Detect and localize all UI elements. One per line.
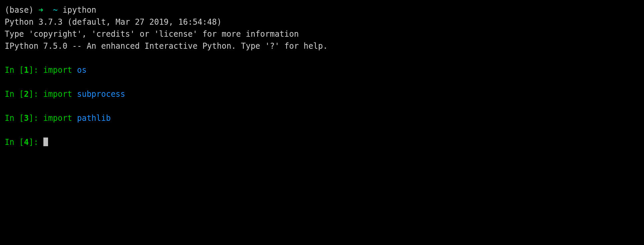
in-prompt-suffix: ]: — [29, 89, 43, 99]
ipython-cell: In [2]: import subprocess — [5, 88, 639, 100]
python-keyword: import — [43, 65, 72, 75]
conda-env: (base) — [5, 5, 34, 15]
python-keyword: import — [43, 89, 72, 99]
in-prompt-number: 2 — [24, 89, 29, 99]
python-module: subprocess — [77, 89, 125, 99]
in-prompt-suffix: ]: — [29, 138, 43, 147]
prompt-arrow-icon: ➜ — [38, 5, 43, 15]
in-prompt-prefix: In [ — [5, 65, 24, 75]
python-module: pathlib — [77, 113, 111, 123]
ipython-cell: In [3]: import pathlib — [5, 112, 639, 124]
cwd: ~ — [53, 5, 58, 15]
cursor-icon — [43, 138, 48, 146]
in-prompt-number: 1 — [24, 65, 29, 75]
ipython-version-line: IPython 7.5.0 -- An enhanced Interactive… — [5, 40, 639, 52]
in-prompt-prefix: In [ — [5, 113, 24, 123]
in-prompt-suffix: ]: — [29, 113, 43, 123]
python-version-line: Python 3.7.3 (default, Mar 27 2019, 16:5… — [5, 16, 639, 28]
shell-command: ipython — [62, 5, 96, 15]
in-prompt-suffix: ]: — [29, 65, 43, 75]
python-keyword: import — [43, 113, 72, 123]
shell-prompt-line: (base) ➜ ~ ipython — [5, 4, 639, 16]
python-help-line: Type 'copyright', 'credits' or 'license'… — [5, 28, 639, 40]
in-prompt-number: 4 — [24, 138, 29, 147]
python-module: os — [77, 65, 87, 75]
ipython-current-cell[interactable]: In [4]: — [5, 136, 639, 148]
in-prompt-prefix: In [ — [5, 89, 24, 99]
in-prompt-prefix: In [ — [5, 138, 24, 147]
in-prompt-number: 3 — [24, 113, 29, 123]
ipython-cell: In [1]: import os — [5, 64, 639, 76]
